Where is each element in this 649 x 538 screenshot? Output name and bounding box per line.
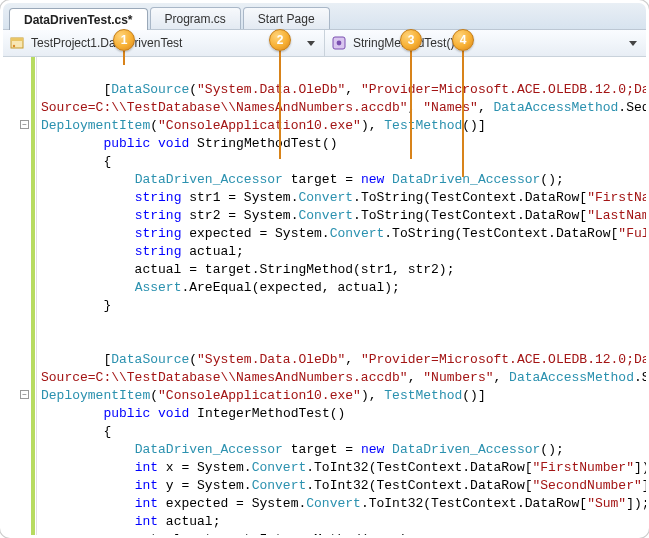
callout-line — [123, 51, 125, 65]
type-dropdown-icon[interactable] — [304, 36, 318, 50]
tab-bar: DataDrivenTest.cs* Program.cs Start Page — [3, 3, 646, 29]
callout-4: 4 — [452, 29, 474, 51]
class-icon — [9, 35, 25, 51]
tab-datadriventest[interactable]: DataDrivenTest.cs* — [9, 8, 148, 30]
member-dropdown-icon[interactable] — [626, 36, 640, 50]
svg-point-2 — [13, 45, 15, 47]
callout-2: 2 — [269, 29, 291, 51]
editor-area: − − [DataSource("System.Data.OleDb", "Pr… — [3, 57, 646, 535]
callout-3: 3 — [400, 29, 422, 51]
collapse-toggle[interactable]: − — [20, 120, 29, 129]
callout-1: 1 — [113, 29, 135, 51]
nav-bar: TestProject1.DataDrivenTest StringMethod… — [3, 29, 646, 57]
tab-program[interactable]: Program.cs — [150, 7, 241, 29]
svg-rect-1 — [11, 38, 23, 41]
callout-line — [410, 51, 412, 159]
tab-label: Program.cs — [165, 12, 226, 26]
tab-startpage[interactable]: Start Page — [243, 7, 330, 29]
tab-label: DataDrivenTest.cs* — [24, 13, 133, 27]
collapse-toggle[interactable]: − — [20, 390, 29, 399]
gutter: − − — [3, 57, 37, 535]
member-name: StringMethodTest() — [353, 36, 626, 50]
callout-line — [279, 51, 281, 159]
code-editor[interactable]: [DataSource("System.Data.OleDb", "Provid… — [37, 57, 646, 535]
method-icon — [331, 35, 347, 51]
tab-label: Start Page — [258, 12, 315, 26]
editor-window: DataDrivenTest.cs* Program.cs Start Page… — [0, 0, 649, 538]
member-selector[interactable]: StringMethodTest() — [325, 30, 646, 56]
type-name: TestProject1.DataDrivenTest — [31, 36, 304, 50]
callout-line — [462, 51, 464, 177]
svg-point-4 — [337, 41, 342, 46]
change-marker — [31, 57, 35, 535]
